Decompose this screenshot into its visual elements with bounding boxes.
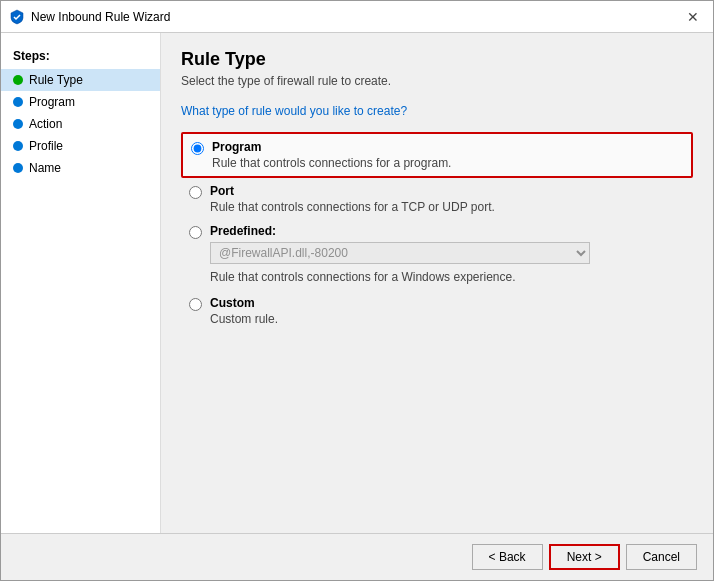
option-port-label: Port (210, 184, 495, 198)
sidebar-item-rule-type[interactable]: Rule Type (1, 69, 160, 91)
option-predefined-label: Predefined: (210, 224, 685, 238)
option-custom-row: Custom Custom rule. (181, 290, 693, 332)
option-predefined-row: Predefined: @FirewallAPI.dll,-80200 Rule… (181, 220, 693, 288)
wizard-icon (9, 9, 25, 25)
option-custom-content: Custom Custom rule. (210, 296, 278, 326)
status-dot-rule-type (13, 75, 23, 85)
radio-predefined[interactable] (189, 226, 202, 239)
status-dot-name (13, 163, 23, 173)
cancel-button[interactable]: Cancel (626, 544, 697, 570)
predefined-select[interactable]: @FirewallAPI.dll,-80200 (210, 242, 590, 264)
page-title: Rule Type (181, 49, 693, 70)
question-text: What type of rule would you like to crea… (181, 104, 693, 118)
wizard-window: New Inbound Rule Wizard ✕ Steps: Rule Ty… (0, 0, 714, 581)
page-subtitle: Select the type of firewall rule to crea… (181, 74, 693, 88)
titlebar: New Inbound Rule Wizard ✕ (1, 1, 713, 33)
sidebar-item-label-program: Program (29, 95, 75, 109)
status-dot-action (13, 119, 23, 129)
sidebar: Steps: Rule Type Program Action Profile … (1, 33, 161, 533)
option-port-content: Port Rule that controls connections for … (210, 184, 495, 214)
close-button[interactable]: ✕ (681, 5, 705, 29)
window-title: New Inbound Rule Wizard (31, 10, 681, 24)
status-dot-program (13, 97, 23, 107)
back-button[interactable]: < Back (472, 544, 543, 570)
status-dot-profile (13, 141, 23, 151)
sidebar-item-label-name: Name (29, 161, 61, 175)
option-custom-desc: Custom rule. (210, 312, 278, 326)
option-custom-label: Custom (210, 296, 278, 310)
steps-label: Steps: (1, 43, 160, 69)
option-program-desc: Rule that controls connections for a pro… (212, 156, 451, 170)
option-port-row: Port Rule that controls connections for … (181, 178, 693, 220)
sidebar-item-action[interactable]: Action (1, 113, 160, 135)
sidebar-item-name[interactable]: Name (1, 157, 160, 179)
content-area: Steps: Rule Type Program Action Profile … (1, 33, 713, 533)
sidebar-item-label-action: Action (29, 117, 62, 131)
next-button[interactable]: Next > (549, 544, 620, 570)
sidebar-item-profile[interactable]: Profile (1, 135, 160, 157)
sidebar-item-label-profile: Profile (29, 139, 63, 153)
radio-port[interactable] (189, 186, 202, 199)
option-predefined-desc: Rule that controls connections for a Win… (210, 270, 685, 284)
option-port-desc: Rule that controls connections for a TCP… (210, 200, 495, 214)
sidebar-item-program[interactable]: Program (1, 91, 160, 113)
main-content: Rule Type Select the type of firewall ru… (161, 33, 713, 533)
option-program-row: Program Rule that controls connections f… (181, 132, 693, 178)
option-predefined-content: Predefined: @FirewallAPI.dll,-80200 Rule… (210, 224, 685, 284)
option-program-content: Program Rule that controls connections f… (212, 140, 451, 170)
option-program-label: Program (212, 140, 451, 154)
radio-custom[interactable] (189, 298, 202, 311)
sidebar-item-label-rule-type: Rule Type (29, 73, 83, 87)
footer: < Back Next > Cancel (1, 533, 713, 580)
options-area: Program Rule that controls connections f… (181, 132, 693, 517)
radio-program[interactable] (191, 142, 204, 155)
